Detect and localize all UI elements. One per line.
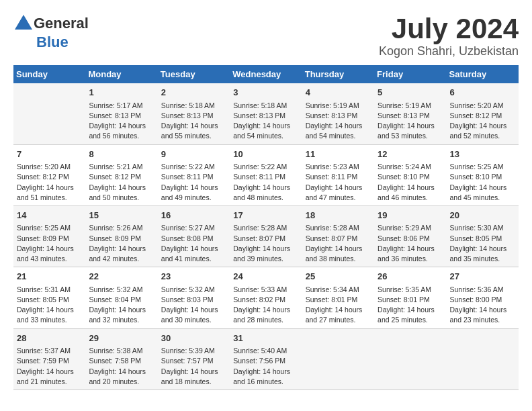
day-number: 11 — [306, 148, 371, 161]
calendar-cell: 1Sunrise: 5:17 AMSunset: 8:13 PMDaylight… — [85, 83, 157, 144]
col-saturday: Saturday — [447, 65, 519, 83]
day-number: 15 — [89, 209, 154, 222]
day-number: 30 — [161, 332, 226, 345]
day-info: Sunrise: 5:28 AMSunset: 8:07 PMDaylight:… — [233, 223, 298, 264]
day-number: 7 — [17, 148, 82, 161]
day-number: 29 — [89, 332, 154, 345]
calendar-cell: 19Sunrise: 5:29 AMSunset: 8:06 PMDayligh… — [374, 205, 446, 267]
calendar-cell: 6Sunrise: 5:20 AMSunset: 8:12 PMDaylight… — [447, 83, 519, 144]
day-number: 23 — [161, 270, 226, 283]
day-number: 27 — [450, 270, 515, 283]
calendar-cell: 31Sunrise: 5:40 AMSunset: 7:56 PMDayligh… — [230, 328, 302, 390]
day-number: 24 — [233, 270, 298, 283]
day-number: 12 — [378, 148, 443, 161]
day-info: Sunrise: 5:25 AMSunset: 8:10 PMDaylight:… — [450, 162, 515, 203]
calendar-cell: 15Sunrise: 5:26 AMSunset: 8:09 PMDayligh… — [85, 205, 157, 267]
calendar-cell: 13Sunrise: 5:25 AMSunset: 8:10 PMDayligh… — [447, 144, 519, 205]
day-number: 10 — [233, 148, 298, 161]
day-info: Sunrise: 5:18 AMSunset: 8:13 PMDaylight:… — [161, 101, 226, 142]
day-info: Sunrise: 5:38 AMSunset: 7:58 PMDaylight:… — [89, 346, 154, 387]
day-number: 25 — [306, 270, 371, 283]
day-info: Sunrise: 5:25 AMSunset: 8:09 PMDaylight:… — [17, 223, 82, 264]
calendar-cell: 23Sunrise: 5:32 AMSunset: 8:03 PMDayligh… — [158, 267, 230, 328]
calendar-cell: 30Sunrise: 5:39 AMSunset: 7:57 PMDayligh… — [158, 328, 230, 390]
day-number: 5 — [378, 86, 443, 99]
calendar-cell: 22Sunrise: 5:32 AMSunset: 8:04 PMDayligh… — [85, 267, 157, 328]
col-wednesday: Wednesday — [230, 65, 302, 83]
calendar-cell: 3Sunrise: 5:18 AMSunset: 8:13 PMDaylight… — [230, 83, 302, 144]
location-title: Kogon Shahri, Uzbekistan — [379, 44, 519, 58]
day-info: Sunrise: 5:20 AMSunset: 8:12 PMDaylight:… — [450, 101, 515, 142]
day-info: Sunrise: 5:18 AMSunset: 8:13 PMDaylight:… — [233, 101, 298, 142]
day-info: Sunrise: 5:30 AMSunset: 8:05 PMDaylight:… — [450, 223, 515, 264]
day-info: Sunrise: 5:32 AMSunset: 8:03 PMDaylight:… — [161, 285, 226, 326]
day-info: Sunrise: 5:33 AMSunset: 8:02 PMDaylight:… — [233, 285, 298, 326]
day-info: Sunrise: 5:28 AMSunset: 8:07 PMDaylight:… — [306, 223, 371, 264]
day-number: 13 — [450, 148, 515, 161]
logo-blue: Blue — [36, 34, 69, 51]
calendar-cell: 16Sunrise: 5:27 AMSunset: 8:08 PMDayligh… — [158, 205, 230, 267]
col-sunday: Sunday — [13, 65, 85, 83]
calendar-table: Sunday Monday Tuesday Wednesday Thursday… — [13, 65, 519, 390]
day-number: 14 — [17, 209, 82, 222]
day-info: Sunrise: 5:36 AMSunset: 8:00 PMDaylight:… — [450, 285, 515, 326]
calendar-cell: 26Sunrise: 5:35 AMSunset: 8:01 PMDayligh… — [374, 267, 446, 328]
day-number: 28 — [17, 332, 82, 345]
calendar-cell: 25Sunrise: 5:34 AMSunset: 8:01 PMDayligh… — [302, 267, 374, 328]
day-number: 3 — [233, 86, 298, 99]
calendar-cell — [447, 328, 519, 390]
calendar-cell — [13, 83, 85, 144]
day-number: 26 — [378, 270, 443, 283]
col-friday: Friday — [374, 65, 446, 83]
header-row: Sunday Monday Tuesday Wednesday Thursday… — [13, 65, 519, 83]
day-number: 20 — [450, 209, 515, 222]
day-info: Sunrise: 5:40 AMSunset: 7:56 PMDaylight:… — [233, 346, 298, 387]
calendar-cell: 12Sunrise: 5:24 AMSunset: 8:10 PMDayligh… — [374, 144, 446, 205]
day-info: Sunrise: 5:21 AMSunset: 8:12 PMDaylight:… — [89, 162, 154, 203]
calendar-cell: 8Sunrise: 5:21 AMSunset: 8:12 PMDaylight… — [85, 144, 157, 205]
calendar-week-5: 28Sunrise: 5:37 AMSunset: 7:59 PMDayligh… — [13, 328, 519, 390]
calendar-cell: 5Sunrise: 5:19 AMSunset: 8:13 PMDaylight… — [374, 83, 446, 144]
calendar-cell: 4Sunrise: 5:19 AMSunset: 8:13 PMDaylight… — [302, 83, 374, 144]
day-number: 18 — [306, 209, 371, 222]
calendar-cell — [302, 328, 374, 390]
calendar-cell: 9Sunrise: 5:22 AMSunset: 8:11 PMDaylight… — [158, 144, 230, 205]
day-number: 9 — [161, 148, 226, 161]
page-header: General Blue July 2024 Kogon Shahri, Uzb… — [13, 13, 519, 58]
day-info: Sunrise: 5:24 AMSunset: 8:10 PMDaylight:… — [378, 162, 443, 203]
day-info: Sunrise: 5:37 AMSunset: 7:59 PMDaylight:… — [17, 346, 82, 387]
month-title: July 2024 — [379, 13, 519, 44]
day-info: Sunrise: 5:34 AMSunset: 8:01 PMDaylight:… — [306, 285, 371, 326]
svg-marker-0 — [15, 15, 32, 30]
calendar-cell: 28Sunrise: 5:37 AMSunset: 7:59 PMDayligh… — [13, 328, 85, 390]
day-info: Sunrise: 5:32 AMSunset: 8:04 PMDaylight:… — [89, 285, 154, 326]
calendar-cell: 11Sunrise: 5:23 AMSunset: 8:11 PMDayligh… — [302, 144, 374, 205]
day-number: 16 — [161, 209, 226, 222]
day-info: Sunrise: 5:31 AMSunset: 8:05 PMDaylight:… — [17, 285, 82, 326]
day-info: Sunrise: 5:23 AMSunset: 8:11 PMDaylight:… — [306, 162, 371, 203]
day-number: 19 — [378, 209, 443, 222]
logo-general: General — [34, 15, 89, 32]
calendar-cell: 10Sunrise: 5:22 AMSunset: 8:11 PMDayligh… — [230, 144, 302, 205]
day-info: Sunrise: 5:29 AMSunset: 8:06 PMDaylight:… — [378, 223, 443, 264]
day-info: Sunrise: 5:27 AMSunset: 8:08 PMDaylight:… — [161, 223, 226, 264]
calendar-week-3: 14Sunrise: 5:25 AMSunset: 8:09 PMDayligh… — [13, 205, 519, 267]
calendar-cell: 29Sunrise: 5:38 AMSunset: 7:58 PMDayligh… — [85, 328, 157, 390]
day-info: Sunrise: 5:19 AMSunset: 8:13 PMDaylight:… — [378, 101, 443, 142]
calendar-cell: 27Sunrise: 5:36 AMSunset: 8:00 PMDayligh… — [447, 267, 519, 328]
day-info: Sunrise: 5:35 AMSunset: 8:01 PMDaylight:… — [378, 285, 443, 326]
col-thursday: Thursday — [302, 65, 374, 83]
calendar-cell — [374, 328, 446, 390]
calendar-cell: 14Sunrise: 5:25 AMSunset: 8:09 PMDayligh… — [13, 205, 85, 267]
day-info: Sunrise: 5:20 AMSunset: 8:12 PMDaylight:… — [17, 162, 82, 203]
day-number: 31 — [233, 332, 298, 345]
calendar-cell: 20Sunrise: 5:30 AMSunset: 8:05 PMDayligh… — [447, 205, 519, 267]
logo-icon — [13, 13, 34, 34]
calendar-week-2: 7Sunrise: 5:20 AMSunset: 8:12 PMDaylight… — [13, 144, 519, 205]
day-number: 17 — [233, 209, 298, 222]
calendar-cell: 24Sunrise: 5:33 AMSunset: 8:02 PMDayligh… — [230, 267, 302, 328]
logo: General Blue — [13, 13, 89, 51]
day-number: 2 — [161, 86, 226, 99]
calendar-cell: 2Sunrise: 5:18 AMSunset: 8:13 PMDaylight… — [158, 83, 230, 144]
day-number: 4 — [306, 86, 371, 99]
